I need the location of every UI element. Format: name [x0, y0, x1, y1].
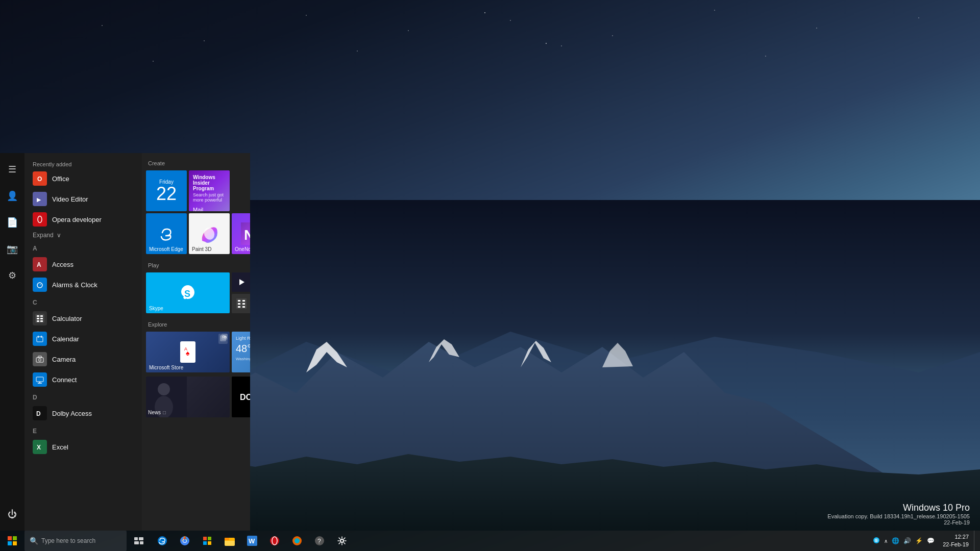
app-item-calculator[interactable]: Calculator [24, 308, 142, 329]
notification-icon[interactable]: 💬 [926, 536, 936, 545]
taskbar-opera[interactable] [263, 531, 286, 551]
app-list-panel: Recently added O Office ▶ Video Editor O… [24, 153, 142, 531]
create-tiles-grid: Friday 22 Windows Insider Program Search… [146, 170, 246, 254]
app-item-alarms[interactable]: Alarms & Clock [24, 274, 142, 295]
store-tile[interactable]: A ♠ Microsoft Store 🛍 [146, 332, 230, 372]
svg-rect-33 [40, 318, 43, 319]
calculator-icon [33, 311, 47, 325]
insider-title: Windows Insider Program [193, 174, 226, 191]
taskbar-settings[interactable] [331, 531, 353, 551]
sidebar-documents[interactable]: 📄 [0, 210, 24, 235]
paint3d-tile[interactable]: Paint 3D [189, 213, 230, 254]
play-tiles-grid: S Skype [146, 272, 246, 313]
access-icon: A [33, 257, 47, 271]
power-icon[interactable]: ⚡ [914, 536, 924, 545]
taskbar-chrome[interactable] [174, 531, 196, 551]
svg-rect-68 [242, 300, 245, 302]
svg-rect-31 [40, 315, 43, 317]
skype-tile[interactable]: S Skype [146, 272, 230, 313]
alarms-icon [33, 278, 47, 292]
tray-skype-svg: S [873, 537, 880, 544]
news-label: News [148, 410, 161, 415]
movies-icon [236, 277, 247, 288]
start-button[interactable] [0, 531, 24, 551]
connect-icon [33, 372, 47, 387]
search-button[interactable]: 🔍 Type here to search [24, 531, 127, 551]
taskbar-left: 🔍 Type here to search [0, 531, 353, 551]
alpha-d: D [24, 390, 142, 403]
app-item-calendar[interactable]: Calendar [24, 329, 142, 349]
calendar-tile[interactable]: Friday 22 [146, 170, 187, 211]
create-section-label: Create [146, 158, 246, 170]
volume-icon[interactable]: 🔊 [902, 536, 912, 545]
word-taskbar-icon: W [247, 536, 257, 546]
taskbar-edge[interactable] [151, 531, 174, 551]
office-icon: O [33, 171, 47, 186]
svg-rect-95 [134, 537, 138, 540]
taskbar-clock[interactable]: 12:27 22-Feb-19 [939, 533, 973, 549]
show-desktop-button[interactable] [974, 531, 978, 551]
skype-icon: S [175, 280, 201, 306]
taskbar-right: S ∧ 🌐 🔊 ⚡ 💬 12:27 22-Feb-19 [870, 531, 980, 551]
app-item-excel[interactable]: X Excel [24, 437, 142, 457]
svg-rect-96 [139, 537, 143, 540]
svg-rect-109 [225, 538, 229, 540]
onenote-tile[interactable]: N 1 OneNote [232, 213, 250, 254]
svg-text:N: N [244, 227, 250, 243]
sidebar-settings[interactable]: ⚙ [0, 263, 24, 288]
paint3d-label: Paint 3D [192, 246, 211, 252]
svg-text:X: X [37, 444, 41, 451]
taskbar-firefox[interactable] [286, 531, 308, 551]
tray-skype-icon[interactable]: S [872, 536, 881, 546]
calc-play-tile[interactable] [232, 294, 250, 313]
app-item-video-editor[interactable]: ▶ Video Editor [24, 189, 142, 209]
network-icon[interactable]: 🌐 [891, 536, 900, 545]
task-view-icon [134, 537, 143, 544]
skype-label: Skype [149, 306, 163, 311]
app-name-calendar: Calendar [52, 335, 79, 343]
svg-text:?: ? [317, 538, 321, 545]
sidebar-user[interactable]: 👤 [0, 184, 24, 208]
firefox-taskbar-icon [292, 536, 302, 546]
build-info: Evaluation copy. Build 18334.19h1_releas… [827, 513, 970, 519]
edge-tile-icon [156, 223, 177, 244]
app-item-camera[interactable]: Camera [24, 349, 142, 369]
onenote-icon: N 1 [241, 222, 250, 245]
clock-date: 22-Feb-19 [943, 541, 969, 548]
weather-tile[interactable]: Light Rain 48° 49° 39° Washington,... [232, 332, 250, 372]
svg-text:O: O [37, 176, 42, 183]
dolby-tile[interactable]: DOLBY [232, 377, 250, 417]
tray-expand-icon[interactable]: ∧ [883, 537, 889, 545]
task-view-button[interactable] [127, 531, 151, 551]
explore-tiles-grid: A ♠ Microsoft Store 🛍 [146, 332, 246, 417]
app-name-camera: Camera [52, 356, 76, 363]
chrome-taskbar-icon [180, 536, 190, 546]
app-item-dolby[interactable]: D Dolby Access [24, 403, 142, 423]
taskbar-store[interactable] [196, 531, 218, 551]
svg-rect-69 [238, 303, 240, 305]
sidebar-pictures[interactable]: 📷 [0, 237, 24, 261]
svg-rect-97 [134, 541, 139, 544]
recently-added-label: Recently added [24, 158, 142, 168]
insider-tile[interactable]: Windows Insider Program Search just got … [189, 170, 230, 211]
app-item-access[interactable]: A Access [24, 254, 142, 274]
app-item-connect[interactable]: Connect [24, 369, 142, 390]
svg-point-102 [183, 539, 186, 542]
svg-rect-92 [13, 536, 17, 540]
news-tile[interactable]: News □ [146, 377, 230, 417]
calc-play-icon [236, 298, 247, 309]
app-name-excel: Excel [52, 443, 68, 451]
news-icon: □ [163, 410, 166, 415]
taskbar-unknown-app[interactable]: ? [308, 531, 331, 551]
app-item-opera-dev[interactable]: Opera developer [24, 209, 142, 230]
expand-button[interactable]: Expand ∨ [24, 230, 142, 241]
movies-tile[interactable] [232, 272, 250, 292]
edge-tile[interactable]: Microsoft Edge [146, 213, 187, 254]
app-item-office[interactable]: O Office [24, 168, 142, 189]
taskbar-explorer[interactable] [218, 531, 241, 551]
dolby-icon: D [33, 406, 47, 420]
sidebar-hamburger[interactable]: ☰ [0, 157, 24, 182]
settings-taskbar-icon [337, 536, 347, 546]
taskbar-word[interactable]: W [241, 531, 263, 551]
sidebar-power[interactable]: ⏻ [0, 502, 24, 527]
